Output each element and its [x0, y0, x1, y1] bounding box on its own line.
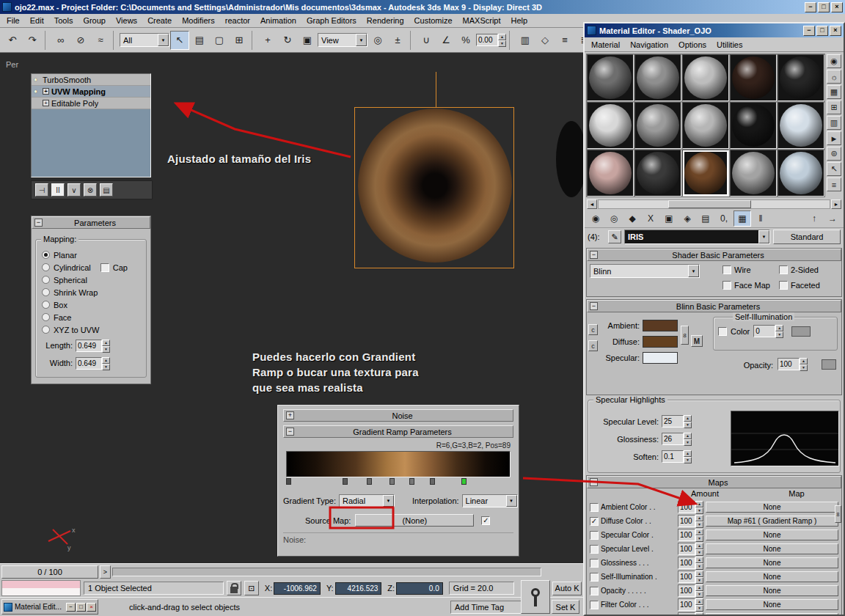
- menu-reactor[interactable]: reactor: [220, 15, 255, 26]
- close-button[interactable]: ×: [87, 603, 96, 612]
- map-amount-spinner[interactable]: 100▲▼: [678, 571, 703, 583]
- unlink-selection-icon[interactable]: ⊘: [71, 31, 90, 50]
- blinn-basic-rollout-header[interactable]: − Blinn Basic Parameters: [587, 300, 841, 312]
- make-material-copy-icon[interactable]: ▣: [660, 210, 678, 227]
- parameters-rollout-header[interactable]: − Parameters: [32, 216, 150, 229]
- interpolation-dropdown[interactable]: Linear ▼: [462, 494, 518, 507]
- sample-slot-12[interactable]: [634, 150, 681, 197]
- width-spinner[interactable]: 0.649▲▼: [76, 357, 110, 370]
- map-button[interactable]: None: [706, 529, 838, 540]
- spinner-down-icon[interactable]: ▼: [695, 521, 703, 528]
- map-lock-button[interactable]: 8: [835, 505, 841, 523]
- maps-rollout-header[interactable]: − Maps: [587, 476, 841, 488]
- spinner-down-icon[interactable]: ▼: [498, 40, 506, 47]
- remove-modifier-icon[interactable]: ⊗: [84, 183, 97, 197]
- collapse-icon[interactable]: −: [590, 251, 598, 259]
- window-crossing-icon[interactable]: ⊞: [230, 31, 249, 50]
- spinner-up-icon[interactable]: ▲: [684, 433, 692, 439]
- scrollbar-track[interactable]: [598, 199, 830, 209]
- make-unique-icon[interactable]: ∨: [67, 183, 81, 197]
- mapping-option-planar[interactable]: Planar: [42, 249, 142, 261]
- chevron-down-icon[interactable]: ▼: [758, 230, 769, 243]
- time-slider-next-button[interactable]: >: [100, 565, 111, 579]
- put-material-to-scene-icon[interactable]: ◎: [605, 210, 623, 227]
- spinner-up-icon[interactable]: ▲: [695, 612, 703, 616]
- spinner-up-icon[interactable]: ▲: [695, 571, 703, 577]
- spinner-down-icon[interactable]: ▼: [695, 591, 703, 598]
- mapping-option-box[interactable]: Box: [42, 298, 142, 311]
- select-and-move-icon[interactable]: +: [258, 31, 277, 50]
- gradient-stop-5[interactable]: [409, 478, 414, 485]
- opacity-spinner[interactable]: 100▲▼: [778, 358, 808, 370]
- selection-lock-button[interactable]: [227, 581, 241, 595]
- select-and-link-icon[interactable]: ∞: [51, 31, 70, 50]
- material-name-dropdown[interactable]: IRIS ▼: [624, 230, 770, 244]
- select-and-scale-icon[interactable]: ▣: [298, 31, 317, 50]
- lightbulb-icon[interactable]: ●: [34, 88, 40, 95]
- map-button[interactable]: None: [706, 585, 838, 596]
- maxscript-mini-listener[interactable]: [1, 580, 81, 596]
- select-and-rotate-icon[interactable]: ↻: [278, 31, 297, 50]
- time-slider-track[interactable]: [112, 568, 541, 576]
- spinner-down-icon[interactable]: ▼: [775, 331, 783, 338]
- use-pivot-center-icon[interactable]: ◎: [368, 31, 387, 50]
- spinner-up-icon[interactable]: ▲: [684, 415, 692, 422]
- sample-slot-13[interactable]: [682, 150, 729, 197]
- sample-scrollbar[interactable]: ◄ ►: [587, 199, 841, 209]
- gradient-stop-7[interactable]: [461, 478, 467, 485]
- minimize-button[interactable]: −: [805, 2, 816, 12]
- spinner-down-icon[interactable]: ▼: [102, 346, 110, 353]
- specular-level-spinner[interactable]: 25▲▼: [662, 415, 692, 428]
- ambient-color-swatch[interactable]: [643, 320, 678, 331]
- menu-rendering[interactable]: Rendering: [362, 15, 409, 26]
- map-button[interactable]: None: [706, 557, 838, 568]
- get-material-icon[interactable]: ◉: [587, 210, 604, 227]
- go-to-parent-icon[interactable]: ↑: [805, 210, 823, 227]
- reference-coordinate-dropdown[interactable]: View▼: [318, 33, 367, 47]
- material-map-navigator-icon[interactable]: ≡: [827, 177, 841, 191]
- shader-dropdown[interactable]: Blinn ▼: [590, 264, 700, 278]
- spinner-down-icon[interactable]: ▼: [695, 577, 703, 584]
- menu-help[interactable]: Help: [506, 15, 533, 26]
- sample-slot-5[interactable]: [778, 54, 824, 101]
- map-enable-checkbox[interactable]: [590, 573, 599, 582]
- make-preview-icon[interactable]: ►: [827, 131, 841, 145]
- mapping-option-cylindrical[interactable]: CylindricalCap: [42, 261, 142, 274]
- gradient-bar[interactable]: [286, 451, 511, 477]
- chevron-down-icon[interactable]: ▼: [383, 495, 394, 507]
- map-button[interactable]: None: [706, 599, 838, 610]
- faceted-checkbox[interactable]: [779, 281, 788, 290]
- sample-slot-4[interactable]: [730, 54, 777, 101]
- scroll-left-icon[interactable]: ◄: [587, 199, 597, 209]
- chevron-down-icon[interactable]: ▼: [688, 265, 699, 277]
- sample-uv-tiling-icon[interactable]: ⊞: [827, 100, 841, 114]
- map-enable-checkbox[interactable]: [590, 531, 599, 540]
- map-amount-spinner[interactable]: 100▲▼: [678, 557, 703, 569]
- ambient-diffuse-bridge-lock[interactable]: 8: [681, 326, 689, 345]
- length-spinner-inner[interactable]: 0.649▲▼: [76, 340, 110, 352]
- source-map-checkbox[interactable]: ✓: [481, 516, 490, 525]
- set-keys-button[interactable]: [521, 580, 550, 614]
- self-illum-color-checkbox[interactable]: [718, 327, 727, 336]
- material-type-button[interactable]: Standard: [773, 230, 841, 244]
- map-amount-spinner[interactable]: 100▲▼: [678, 543, 703, 555]
- mapping-option-face[interactable]: Face: [42, 311, 142, 323]
- glossiness-spinner-inner[interactable]: 26▲▼: [662, 433, 692, 445]
- menu-graph-editors[interactable]: Graph Editors: [301, 15, 362, 26]
- gradient-stop-4[interactable]: [389, 478, 395, 485]
- go-forward-to-sibling-icon[interactable]: →: [824, 210, 841, 227]
- menu-modifiers[interactable]: Modifiers: [177, 15, 220, 26]
- absolute-offset-mode-button[interactable]: ⊡: [244, 581, 259, 595]
- spinner-up-icon[interactable]: ▲: [102, 340, 110, 346]
- spinner-up-icon[interactable]: ▲: [695, 529, 703, 535]
- spinner-up-icon[interactable]: ▲: [498, 34, 506, 40]
- material-id-channel-icon[interactable]: 0,: [715, 210, 733, 227]
- face-map-checkbox[interactable]: [723, 281, 731, 290]
- menu-tools[interactable]: Tools: [49, 15, 78, 26]
- modifier-stack-item-editable-poly[interactable]: ●+Editable Poly: [32, 98, 150, 109]
- glossiness-spinner[interactable]: 26▲▼: [662, 433, 692, 445]
- maximize-button[interactable]: □: [816, 26, 828, 36]
- time-slider-handle[interactable]: 0 / 100: [1, 565, 98, 579]
- viewport-label[interactable]: Per: [6, 60, 18, 69]
- map-amount-spinner[interactable]: ▲▼: [678, 612, 703, 616]
